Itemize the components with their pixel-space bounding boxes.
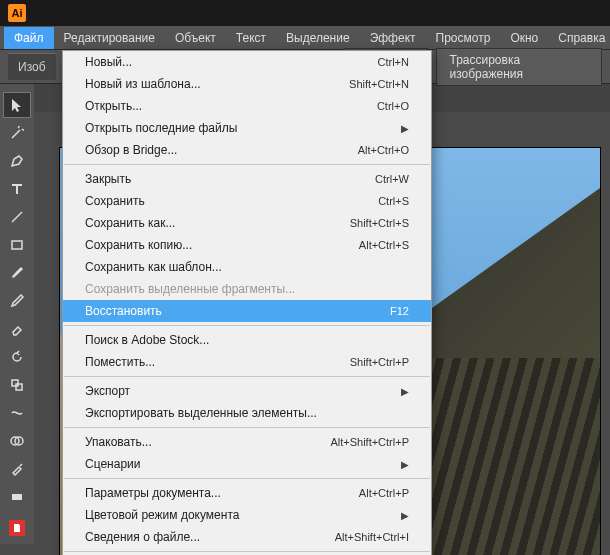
menu-shortcut: Alt+Shift+Ctrl+P	[330, 436, 409, 448]
svg-rect-5	[12, 494, 22, 500]
menu-shortcut: Alt+Shift+Ctrl+I	[335, 531, 409, 543]
menu-window[interactable]: Окно	[500, 27, 548, 49]
menu-item-label: Новый...	[85, 55, 378, 69]
submenu-arrow-icon: ▶	[401, 510, 409, 521]
submenu-arrow-icon: ▶	[401, 459, 409, 470]
menu-item-label: Открыть...	[85, 99, 377, 113]
menu-item-label: Сохранить копию...	[85, 238, 359, 252]
menu-shortcut: Ctrl+W	[375, 173, 409, 185]
tools-panel	[0, 84, 34, 544]
paintbrush-tool[interactable]	[3, 260, 31, 286]
menu-item-label: Цветовой режим документа	[85, 508, 401, 522]
menu-item-8[interactable]: Сохранить как...Shift+Ctrl+S	[63, 212, 431, 234]
submenu-arrow-icon: ▶	[401, 123, 409, 134]
menu-item-10[interactable]: Сохранить как шаблон...	[63, 256, 431, 278]
eraser-tool[interactable]	[3, 316, 31, 342]
menu-text[interactable]: Текст	[226, 27, 276, 49]
menu-item-11: Сохранить выделенные фрагменты...	[63, 278, 431, 300]
menu-select[interactable]: Выделение	[276, 27, 360, 49]
menu-shortcut: Shift+Ctrl+N	[349, 78, 409, 90]
menu-item-0[interactable]: Новый...Ctrl+N	[63, 51, 431, 73]
menu-item-label: Упаковать...	[85, 435, 330, 449]
menu-shortcut: Alt+Ctrl+S	[359, 239, 409, 251]
menu-bar: Файл Редактирование Объект Текст Выделен…	[0, 26, 610, 50]
image-trace-button[interactable]: Трассировка изображения	[436, 48, 602, 86]
menu-item-label: Сохранить выделенные фрагменты...	[85, 282, 409, 296]
submenu-arrow-icon: ▶	[401, 386, 409, 397]
menu-item-2[interactable]: Открыть...Ctrl+O	[63, 95, 431, 117]
menu-item-12[interactable]: ВосстановитьF12	[63, 300, 431, 322]
menu-item-24[interactable]: Цветовой режим документа▶	[63, 504, 431, 526]
menu-object[interactable]: Объект	[165, 27, 226, 49]
control-tab-fragment[interactable]: Изоб	[8, 53, 56, 80]
menu-item-label: Восстановить	[85, 304, 390, 318]
title-bar: Ai	[0, 0, 610, 26]
eyedropper-tool[interactable]	[3, 456, 31, 482]
menu-separator	[64, 376, 430, 377]
menu-help[interactable]: Справка	[548, 27, 610, 49]
menu-item-4[interactable]: Обзор в Bridge...Alt+Ctrl+O	[63, 139, 431, 161]
menu-effect[interactable]: Эффект	[360, 27, 426, 49]
menu-item-label: Открыть последние файлы	[85, 121, 401, 135]
menu-item-label: Поместить...	[85, 355, 350, 369]
scale-tool[interactable]	[3, 372, 31, 398]
menu-item-label: Обзор в Bridge...	[85, 143, 358, 157]
svg-rect-2	[16, 384, 22, 390]
menu-item-label: Поиск в Adobe Stock...	[85, 333, 409, 347]
svg-rect-1	[12, 380, 18, 386]
menu-item-label: Сохранить как...	[85, 216, 350, 230]
menu-item-label: Сохранить	[85, 194, 378, 208]
type-tool[interactable]	[3, 176, 31, 202]
magic-wand-tool[interactable]	[3, 120, 31, 146]
menu-item-17[interactable]: Экспорт▶	[63, 380, 431, 402]
menu-item-14[interactable]: Поиск в Adobe Stock...	[63, 329, 431, 351]
rectangle-tool[interactable]	[3, 232, 31, 258]
menu-separator	[64, 164, 430, 165]
menu-item-label: Закрыть	[85, 172, 375, 186]
width-tool[interactable]	[3, 400, 31, 426]
menu-item-23[interactable]: Параметры документа...Alt+Ctrl+P	[63, 482, 431, 504]
menu-shortcut: Ctrl+S	[378, 195, 409, 207]
line-tool[interactable]	[3, 204, 31, 230]
menu-shortcut: Shift+Ctrl+S	[350, 217, 409, 229]
menu-shortcut: Ctrl+N	[378, 56, 409, 68]
menu-item-label: Экспортировать выделенные элементы...	[85, 406, 409, 420]
menu-separator	[64, 427, 430, 428]
app-logo: Ai	[8, 4, 26, 22]
menu-item-label: Сохранить как шаблон...	[85, 260, 409, 274]
menu-item-1[interactable]: Новый из шаблона...Shift+Ctrl+N	[63, 73, 431, 95]
menu-item-25[interactable]: Сведения о файле...Alt+Shift+Ctrl+I	[63, 526, 431, 548]
menu-shortcut: Alt+Ctrl+O	[358, 144, 409, 156]
svg-rect-0	[12, 241, 22, 249]
menu-item-label: Сведения о файле...	[85, 530, 335, 544]
menu-shortcut: Shift+Ctrl+P	[350, 356, 409, 368]
shape-builder-tool[interactable]	[3, 428, 31, 454]
menu-separator	[64, 478, 430, 479]
pen-tool[interactable]	[3, 148, 31, 174]
menu-item-label: Новый из шаблона...	[85, 77, 349, 91]
selection-tool[interactable]	[3, 92, 31, 118]
menu-separator	[64, 551, 430, 552]
menu-item-label: Параметры документа...	[85, 486, 359, 500]
menu-item-7[interactable]: СохранитьCtrl+S	[63, 190, 431, 212]
menu-item-9[interactable]: Сохранить копию...Alt+Ctrl+S	[63, 234, 431, 256]
pdf-icon	[9, 520, 25, 536]
rotate-tool[interactable]	[3, 344, 31, 370]
gradient-tool[interactable]	[3, 484, 31, 510]
menu-item-20[interactable]: Упаковать...Alt+Shift+Ctrl+P	[63, 431, 431, 453]
menu-separator	[64, 325, 430, 326]
file-menu-dropdown: Новый...Ctrl+NНовый из шаблона...Shift+C…	[62, 50, 432, 555]
menu-view[interactable]: Просмотр	[426, 27, 501, 49]
menu-shortcut: Ctrl+O	[377, 100, 409, 112]
menu-shortcut: F12	[390, 305, 409, 317]
menu-item-15[interactable]: Поместить...Shift+Ctrl+P	[63, 351, 431, 373]
menu-item-21[interactable]: Сценарии▶	[63, 453, 431, 475]
menu-item-3[interactable]: Открыть последние файлы▶	[63, 117, 431, 139]
menu-shortcut: Alt+Ctrl+P	[359, 487, 409, 499]
pencil-tool[interactable]	[3, 288, 31, 314]
menu-edit[interactable]: Редактирование	[54, 27, 165, 49]
menu-item-label: Экспорт	[85, 384, 401, 398]
menu-item-18[interactable]: Экспортировать выделенные элементы...	[63, 402, 431, 424]
menu-file[interactable]: Файл	[4, 27, 54, 49]
menu-item-6[interactable]: ЗакрытьCtrl+W	[63, 168, 431, 190]
